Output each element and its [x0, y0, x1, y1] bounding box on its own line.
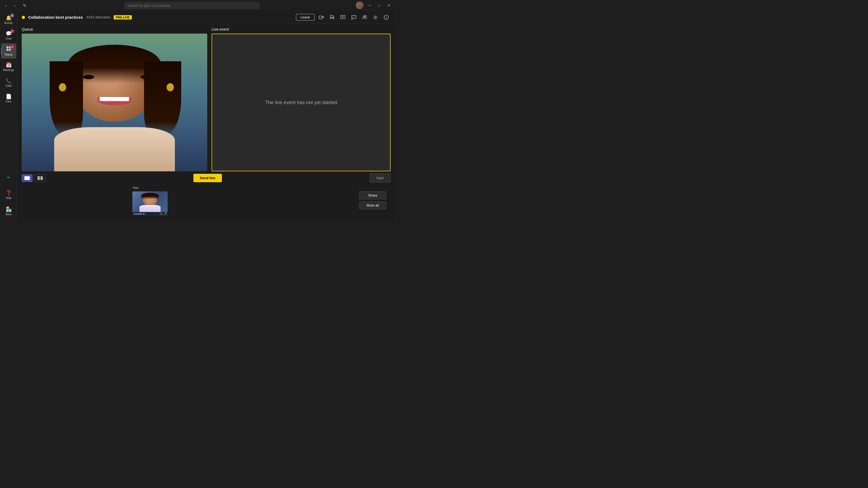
- whiteboard-button[interactable]: [339, 13, 347, 22]
- sidebar-item-files-label: Files: [6, 100, 11, 103]
- sidebar: 🔔 Activity 2 💬 Chat 1 Teams 1: [0, 11, 18, 221]
- qa-button[interactable]: ?: [349, 13, 358, 22]
- live-panel-title: Live event: [212, 27, 391, 31]
- activity-badge: 2: [10, 13, 14, 18]
- sidebar-item-help[interactable]: ❓ Help: [1, 187, 16, 202]
- earring-right: [166, 83, 174, 91]
- search-bar: [124, 2, 260, 9]
- you-name-bar: Danielle B... 🎥 🎤: [132, 212, 167, 216]
- titlebar-left: ‹ › ✎: [2, 2, 28, 9]
- start-button[interactable]: Start: [370, 173, 391, 183]
- live-panel: Live event The live event has not yet st…: [212, 27, 391, 171]
- sidebar-item-store[interactable]: 🏪 Store: [1, 203, 16, 219]
- svg-rect-5: [341, 15, 345, 19]
- event-header-right: Leave ?: [296, 13, 391, 22]
- sidebar-item-help-label: Help: [6, 197, 11, 199]
- layout-single-button[interactable]: [22, 174, 33, 182]
- you-video: Danielle B... 🎥 🎤: [132, 191, 167, 216]
- live-event-placeholder: The live event has not yet started: [265, 100, 337, 105]
- sidebar-item-activity[interactable]: 🔔 Activity 2: [1, 12, 16, 27]
- you-hair: [141, 193, 159, 199]
- eye-right: [141, 75, 152, 79]
- minimize-button[interactable]: —: [366, 2, 373, 9]
- layout-single-icon: [24, 176, 30, 180]
- more-label: •••: [7, 176, 10, 179]
- store-icon: 🏪: [6, 206, 12, 212]
- sidebar-bottom: ❓ Help 🏪 Store: [1, 187, 16, 221]
- hair-left: [50, 61, 83, 137]
- event-main: Queue: [18, 24, 395, 221]
- active-indicator: [1, 48, 2, 54]
- split-right: [40, 176, 43, 180]
- info-button[interactable]: [382, 13, 391, 22]
- attendee-count: 3333 attendees: [86, 15, 111, 19]
- participants-button[interactable]: [360, 13, 369, 22]
- you-mic-icon: 🎤: [163, 213, 166, 215]
- user-avatar-button[interactable]: [356, 2, 364, 9]
- calls-icon: 📞: [6, 78, 12, 84]
- files-icon: 📄: [6, 94, 12, 99]
- svg-rect-4: [319, 16, 322, 19]
- sidebar-item-chat-label: Chat: [6, 37, 11, 40]
- event-header-left: Collaboration best practices 3333 attend…: [22, 15, 296, 20]
- queue-video-inner: [22, 34, 207, 171]
- queue-panel: Queue: [22, 27, 207, 171]
- svg-rect-3: [9, 49, 11, 51]
- split-left: [37, 176, 40, 180]
- maximize-button[interactable]: □: [375, 2, 383, 9]
- share-button[interactable]: Share: [359, 191, 386, 199]
- event-header: Collaboration best practices 3333 attend…: [18, 11, 395, 24]
- compose-button[interactable]: ✎: [21, 2, 28, 9]
- chat-bubbles-button[interactable]: [328, 13, 336, 22]
- you-body: [140, 205, 161, 212]
- sidebar-item-meetings-label: Meetings: [3, 69, 14, 72]
- teeth: [99, 97, 129, 101]
- live-indicator: [22, 16, 25, 19]
- sidebar-item-calls-label: Calls: [5, 84, 11, 87]
- teams-badge: 1: [10, 45, 14, 49]
- you-camera-icon: 🎥: [160, 213, 163, 215]
- svg-text:?: ?: [353, 16, 354, 18]
- sidebar-item-activity-label: Activity: [4, 22, 13, 24]
- you-section: You Danielle B... 🎥 🎤: [22, 184, 391, 218]
- nav-back-button[interactable]: ‹: [2, 2, 10, 9]
- you-video-container: Danielle B... 🎥 🎤 Share Mute all: [22, 191, 391, 216]
- mute-all-button[interactable]: Mute all: [359, 201, 386, 209]
- avatar-status-indicator: [361, 7, 364, 9]
- queue-panel-title: Queue: [22, 27, 207, 31]
- svg-point-10: [365, 15, 367, 17]
- controls-row: Send live Start: [22, 171, 391, 184]
- send-live-button[interactable]: Send live: [193, 174, 222, 182]
- sidebar-item-teams-label: Teams: [5, 53, 12, 56]
- event-title: Collaboration best practices: [28, 15, 83, 20]
- body: [54, 127, 175, 171]
- main-content: Collaboration best practices 3333 attend…: [18, 11, 395, 221]
- sidebar-item-teams[interactable]: Teams 1: [1, 43, 16, 59]
- hair-right: [144, 61, 181, 137]
- sidebar-item-meetings[interactable]: 📅 Meetings: [1, 59, 16, 74]
- search-input[interactable]: [124, 2, 260, 9]
- nav-forward-button[interactable]: ›: [11, 2, 19, 9]
- sidebar-item-files[interactable]: 📄 Files: [1, 91, 16, 106]
- eye-left: [83, 75, 94, 79]
- settings-button[interactable]: [371, 13, 380, 22]
- sidebar-item-more[interactable]: •••: [1, 170, 16, 185]
- app-body: 🔔 Activity 2 💬 Chat 1 Teams 1: [0, 11, 395, 221]
- layout-split-icon: [37, 176, 43, 180]
- close-button[interactable]: ✕: [385, 2, 393, 9]
- sidebar-item-store-label: Store: [5, 213, 12, 216]
- leave-button[interactable]: Leave: [296, 14, 315, 21]
- svg-point-11: [375, 17, 376, 18]
- titlebar-right: — □ ✕: [356, 2, 393, 9]
- sidebar-item-chat[interactable]: 💬 Chat 1: [1, 28, 16, 43]
- layout-split-button[interactable]: [35, 174, 45, 182]
- titlebar-nav: ‹ ›: [2, 2, 19, 9]
- sidebar-item-calls[interactable]: 📞 Calls: [1, 75, 16, 90]
- help-icon: ❓: [6, 190, 12, 196]
- you-label: You: [22, 186, 138, 190]
- camera-button[interactable]: [317, 13, 326, 22]
- you-media-icons: 🎥 🎤: [160, 213, 166, 215]
- you-name-label: Danielle B...: [133, 213, 147, 215]
- svg-rect-0: [6, 46, 8, 48]
- queue-video: [22, 34, 207, 171]
